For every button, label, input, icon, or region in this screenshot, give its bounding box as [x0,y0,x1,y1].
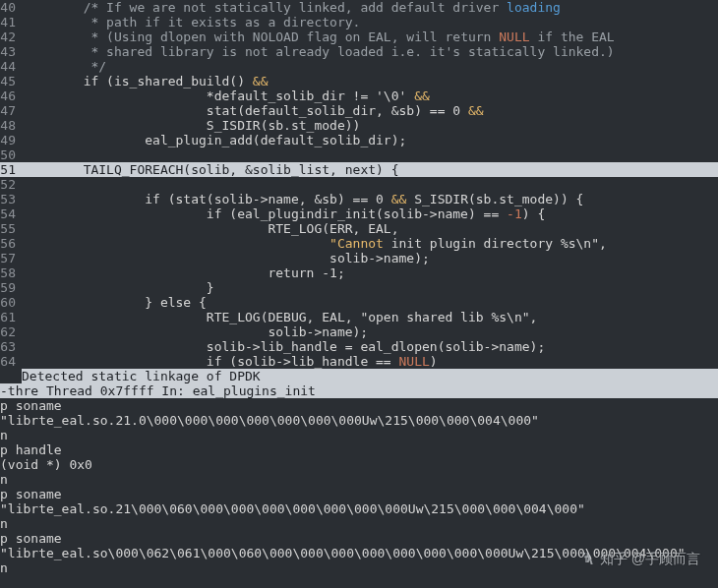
code-source: if (is_shared_build() && [22,74,718,88]
code-source: } else { [22,295,718,310]
line-number: 62 [0,324,22,339]
code-source: TAILQ_FOREACH(solib, &solib_list, next) … [22,162,718,177]
code-line: 59 } [0,280,718,295]
line-number: 52 [0,177,22,192]
code-line: 60 } else { [0,295,718,310]
code-line: 57 solib->name); [0,251,718,265]
code-line: 43 * shared library is not already loade… [0,44,718,59]
line-number: 41 [0,15,22,29]
code-source: } [22,280,718,295]
line-number: 49 [0,133,22,147]
code-line: 63 solib->lib_handle = eal_dlopen(solib-… [0,339,718,354]
code-line: 48 S_ISDIR(sb.st_mode)) [0,118,718,133]
code-source: return -1; [22,265,718,280]
code-source: solib->lib_handle = eal_dlopen(solib->na… [22,339,718,354]
line-number: 51 [0,162,22,177]
line-number: 57 [0,251,22,265]
line-number: 44 [0,59,22,74]
code-line: 42 * (Using dlopen with NOLOAD flag on E… [0,29,718,44]
debugger-line: p soname [0,531,718,546]
line-number: 54 [0,206,22,221]
code-line: 46 *default_solib_dir != '\0' && [0,88,718,103]
code-source: *default_solib_dir != '\0' && [22,88,718,103]
code-source: if (stat(solib->name, &sb) == 0 && S_ISD… [22,192,718,206]
line-number: 45 [0,74,22,88]
code-line: 45 if (is_shared_build() && [0,74,718,88]
code-source: /* If we are not statically linked, add … [22,0,718,15]
line-number: 60 [0,295,22,310]
code-line: 58 return -1; [0,265,718,280]
code-source: stat(default_solib_dir, &sb) == 0 && [22,103,718,118]
code-source: */ [22,59,718,74]
code-line: 47 stat(default_solib_dir, &sb) == 0 && [0,103,718,118]
line-number: 42 [0,29,22,44]
code-line: 41 * path if it exists as a directory. [0,15,718,29]
line-number: 63 [0,339,22,354]
debugger-line: "librte_eal.so.21\000\060\000\000\000\00… [0,501,718,516]
code-source: "Cannot init plugin directory %s\n", [22,236,718,251]
debugger-line: n [0,516,718,531]
code-line: 54 if (eal_plugindir_init(solib->name) =… [0,206,718,221]
code-source: eal_plugin_add(default_solib_dir); [22,133,718,147]
debugger-line: "librte_eal.so\000\062\061\000\060\000\0… [0,546,718,560]
line-number: 64 [0,354,22,369]
line-number: 47 [0,103,22,118]
code-line: 44 */ [0,59,718,74]
line-number: 43 [0,44,22,59]
line-number: 58 [0,265,22,280]
debugger-output-pane[interactable]: p soname"librte_eal.so.21.0\000\000\000\… [0,398,718,575]
code-line: 49 eal_plugin_add(default_solib_dir); [0,133,718,147]
code-source: * shared library is not already loaded i… [22,44,718,59]
code-source: solib->name); [22,324,718,339]
debugger-line: p soname [0,487,718,501]
code-line: 52 [0,177,718,192]
line-number: 40 [0,0,22,15]
debugger-thread-header: -thre Thread 0x7ffff In: eal_plugins_ini… [0,383,718,398]
code-line: 61 RTE_LOG(DEBUG, EAL, "open shared lib … [0,310,718,324]
code-line: 62 solib->name); [0,324,718,339]
detect-message: Detected static linkage of DPDK [22,369,718,383]
code-source: if (eal_plugindir_init(solib->name) == -… [22,206,718,221]
debugger-line: p handle [0,442,718,457]
debugger-line: (void *) 0x0 [0,457,718,472]
debugger-line: "librte_eal.so.21.0\000\000\000\000\000\… [0,413,718,428]
code-source [22,147,718,162]
code-line: 64 if (solib->lib_handle == NULL) [0,354,718,369]
line-number: 50 [0,147,22,162]
code-source: * path if it exists as a directory. [22,15,718,29]
code-line: 51 TAILQ_FOREACH(solib, &solib_list, nex… [0,162,718,177]
code-source: if (solib->lib_handle == NULL) [22,354,718,369]
line-number: 46 [0,88,22,103]
code-source: * (Using dlopen with NOLOAD flag on EAL,… [22,29,718,44]
code-source: RTE_LOG(DEBUG, EAL, "open shared lib %s\… [22,310,718,324]
code-source: S_ISDIR(sb.st_mode)) [22,118,718,133]
line-number: 59 [0,280,22,295]
line-number: 56 [0,236,22,251]
debugger-line: n [0,428,718,442]
line-number: 61 [0,310,22,324]
code-line: 50 [0,147,718,162]
line-number: 55 [0,221,22,236]
code-line: 53 if (stat(solib->name, &sb) == 0 && S_… [0,192,718,206]
code-line: 56 "Cannot init plugin directory %s\n", [0,236,718,251]
source-code-pane[interactable]: 40 /* If we are not statically linked, a… [0,0,718,369]
code-source: solib->name); [22,251,718,265]
code-line: 40 /* If we are not statically linked, a… [0,0,718,15]
debugger-line: n [0,560,718,575]
line-number: 53 [0,192,22,206]
debugger-line: n [0,472,718,487]
code-source [22,177,718,192]
code-line: 55 RTE_LOG(ERR, EAL, [0,221,718,236]
line-number: 48 [0,118,22,133]
code-source: RTE_LOG(ERR, EAL, [22,221,718,236]
debugger-line: p soname [0,398,718,413]
